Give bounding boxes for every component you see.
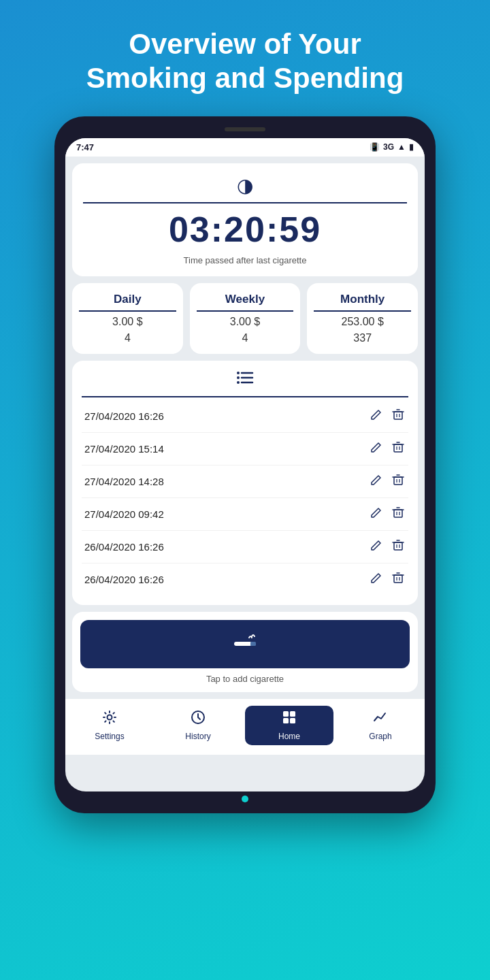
history-actions-6 xyxy=(369,570,406,589)
history-row: 27/04/2020 09:42 xyxy=(82,498,408,531)
nav-label-settings: Settings xyxy=(95,732,124,741)
phone-screen: 7:47 📳 3G ▲ ▮ ◑ 03:20:59 Time passed aft… xyxy=(65,138,425,791)
nav-item-settings[interactable]: Settings xyxy=(65,706,154,745)
svg-rect-36 xyxy=(234,642,252,646)
add-cigarette-button[interactable] xyxy=(80,620,410,668)
add-label: Tap to add cigarette xyxy=(206,674,284,684)
svg-rect-41 xyxy=(290,711,295,717)
stat-title-weekly: Weekly xyxy=(225,293,265,306)
svg-point-4 xyxy=(237,376,240,379)
stat-amount-weekly: 3.00 $ xyxy=(230,316,260,328)
history-row: 27/04/2020 14:28 xyxy=(82,466,408,498)
phone-notch xyxy=(225,127,265,131)
history-divider xyxy=(82,396,408,397)
status-right: 📳 3G ▲ ▮ xyxy=(370,142,414,152)
timer-label: Time passed after last cigarette xyxy=(184,255,307,265)
list-icon xyxy=(236,370,254,389)
svg-rect-42 xyxy=(283,718,289,723)
history-actions-4 xyxy=(369,505,406,523)
stat-count-monthly: 337 xyxy=(353,332,372,344)
edit-button-4[interactable] xyxy=(369,505,384,523)
add-cigarette-card: Tap to add cigarette xyxy=(72,612,418,692)
history-date-6: 26/04/2020 16:26 xyxy=(84,574,164,585)
history-actions-3 xyxy=(369,472,406,491)
history-row: 27/04/2020 16:26 xyxy=(82,400,408,433)
history-row: 26/04/2020 16:26 xyxy=(82,531,408,564)
history-date-4: 27/04/2020 09:42 xyxy=(84,508,164,520)
stat-amount-daily: 3.00 $ xyxy=(112,316,142,328)
svg-rect-21 xyxy=(394,510,402,517)
nav-label-home: Home xyxy=(278,732,300,741)
stat-divider-monthly xyxy=(314,310,411,312)
cigarette-icon xyxy=(233,632,257,656)
svg-rect-26 xyxy=(394,542,402,550)
stats-row: Daily 3.00 $ 4 Weekly 3.00 $ 4 Monthly 2… xyxy=(72,283,418,354)
stat-divider-weekly xyxy=(197,310,294,312)
vibrate-icon: 📳 xyxy=(370,142,380,152)
stat-card-weekly: Weekly 3.00 $ 4 xyxy=(190,283,301,354)
screen-content: ◑ 03:20:59 Time passed after last cigare… xyxy=(65,157,425,699)
history-date-1: 27/04/2020 16:26 xyxy=(84,410,164,422)
history-date-2: 27/04/2020 15:14 xyxy=(84,443,164,455)
history-actions-1 xyxy=(369,407,406,425)
bottom-nav: Settings History xyxy=(65,699,425,755)
battery-icon: ▮ xyxy=(409,142,414,152)
history-icon xyxy=(191,710,206,729)
history-card: 27/04/2020 16:26 27/04/2020 15:14 xyxy=(72,361,418,605)
status-time: 7:47 xyxy=(76,142,94,152)
history-row: 27/04/2020 15:14 xyxy=(82,433,408,466)
status-bar: 7:47 📳 3G ▲ ▮ xyxy=(65,138,425,157)
svg-rect-31 xyxy=(394,575,402,583)
signal-label: 3G xyxy=(383,142,394,152)
history-row: 26/04/2020 16:26 xyxy=(82,564,408,595)
svg-point-38 xyxy=(108,715,112,719)
page-title: Overview of Your Smoking and Spending xyxy=(46,0,445,116)
edit-button-2[interactable] xyxy=(369,440,384,458)
delete-button-5[interactable] xyxy=(391,538,406,556)
delete-button-6[interactable] xyxy=(391,570,406,589)
timer-divider xyxy=(83,202,407,203)
edit-button-3[interactable] xyxy=(369,472,384,491)
edit-button-6[interactable] xyxy=(369,570,384,589)
nav-item-history[interactable]: History xyxy=(154,706,242,745)
stat-title-monthly: Monthly xyxy=(340,293,385,306)
delete-button-1[interactable] xyxy=(391,407,406,425)
home-icon xyxy=(282,710,297,729)
history-actions-2 xyxy=(369,440,406,458)
timer-card: ◑ 03:20:59 Time passed after last cigare… xyxy=(72,163,418,276)
stat-title-daily: Daily xyxy=(114,293,142,306)
svg-point-3 xyxy=(237,372,240,374)
edit-button-5[interactable] xyxy=(369,538,384,556)
nav-item-graph[interactable]: Graph xyxy=(336,706,425,745)
nav-label-graph: Graph xyxy=(369,732,391,741)
stat-card-daily: Daily 3.00 $ 4 xyxy=(72,283,183,354)
delete-button-3[interactable] xyxy=(391,472,406,491)
signal-icon: ▲ xyxy=(397,142,406,152)
delete-button-4[interactable] xyxy=(391,505,406,523)
history-date-3: 27/04/2020 14:28 xyxy=(84,476,164,487)
phone-shell: 7:47 📳 3G ▲ ▮ ◑ 03:20:59 Time passed aft… xyxy=(54,116,436,813)
clock-icon: ◑ xyxy=(237,174,253,197)
phone-home-dot xyxy=(242,796,248,802)
delete-button-2[interactable] xyxy=(391,440,406,458)
edit-button-1[interactable] xyxy=(369,407,384,425)
svg-rect-11 xyxy=(394,444,402,452)
svg-rect-43 xyxy=(290,718,295,723)
stat-count-daily: 4 xyxy=(125,332,131,344)
stat-divider-daily xyxy=(79,310,176,312)
svg-rect-16 xyxy=(394,477,402,485)
svg-rect-37 xyxy=(250,642,256,646)
svg-rect-6 xyxy=(394,412,402,419)
graph-icon xyxy=(373,710,388,729)
stat-card-monthly: Monthly 253.00 $ 337 xyxy=(307,283,418,354)
svg-rect-40 xyxy=(283,711,289,717)
history-actions-5 xyxy=(369,538,406,556)
history-date-5: 26/04/2020 16:26 xyxy=(84,541,164,553)
settings-icon xyxy=(102,710,117,729)
stat-amount-monthly: 253.00 $ xyxy=(342,316,384,328)
nav-label-history: History xyxy=(185,732,210,741)
nav-item-home[interactable]: Home xyxy=(245,706,333,745)
history-header xyxy=(82,370,408,389)
stat-count-weekly: 4 xyxy=(242,332,248,344)
svg-point-5 xyxy=(237,381,240,384)
